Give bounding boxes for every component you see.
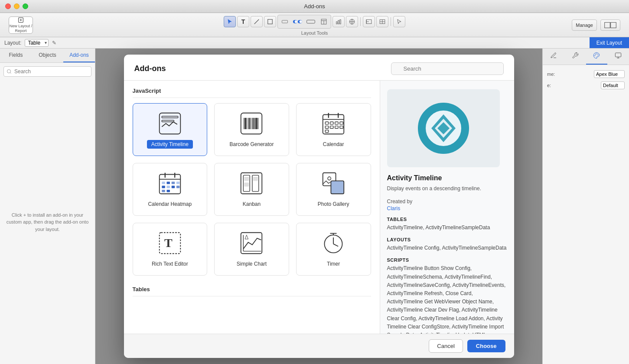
right-tab-data[interactable] (607, 49, 629, 65)
webviewer-tool[interactable] (346, 16, 358, 27)
cancel-button[interactable]: Cancel (429, 339, 463, 353)
right-tab-appearance[interactable] (586, 49, 608, 65)
new-layout-button[interactable]: New Layout / Report (9, 16, 33, 34)
rect-tool[interactable] (264, 16, 276, 27)
svg-rect-47 (340, 122, 343, 124)
calendar-heatmap-label: Calendar Heatmap (144, 200, 195, 208)
addon-card-rich-text-editor[interactable]: T Rich Text Editor (133, 223, 208, 276)
toolbar: New Layout / Report T (0, 13, 629, 37)
right-panel: me: Apex Blue e: Default (542, 49, 629, 364)
button-tool[interactable] (305, 16, 317, 27)
theme-select[interactable]: Apex Blue (594, 70, 625, 78)
svg-rect-16 (340, 20, 341, 24)
addon-card-simple-chart[interactable]: Simple Chart (214, 223, 289, 276)
select-tool[interactable] (224, 16, 236, 27)
close-button[interactable] (5, 3, 11, 9)
chart-tool[interactable] (332, 16, 345, 27)
dialog-search-input[interactable] (391, 62, 504, 75)
title-bar: Add-ons (0, 0, 629, 13)
svg-line-3 (254, 19, 259, 24)
svg-rect-61 (162, 186, 165, 188)
sidebar-tab-fields[interactable]: Fields (0, 49, 32, 62)
toolbar-divider (360, 17, 361, 26)
choose-button[interactable]: Choose (467, 340, 505, 352)
photo-gallery-icon (320, 170, 346, 196)
addon-card-timer[interactable]: Timer (296, 223, 371, 276)
svg-rect-63 (172, 186, 175, 188)
dialog-footer: Cancel Choose (124, 334, 514, 358)
dialog-body: JavaScript (124, 81, 514, 334)
edit-layout-icon[interactable]: ✎ (52, 40, 56, 46)
right-tab-properties[interactable] (564, 49, 586, 65)
addons-list: JavaScript (124, 81, 380, 334)
detail-creator-link[interactable]: Claris (387, 205, 507, 211)
calendar-heatmap-icon (157, 170, 183, 196)
sidebar-search-input[interactable] (3, 66, 91, 77)
svg-rect-14 (336, 22, 337, 24)
barcode-generator-icon (238, 110, 264, 136)
svg-rect-71 (244, 182, 249, 186)
cursor-tool[interactable] (393, 16, 405, 27)
svg-point-91 (597, 54, 597, 54)
toggle-tool[interactable] (292, 16, 304, 27)
svg-point-7 (295, 20, 297, 23)
addon-card-photo-gallery[interactable]: Photo Gallery (296, 163, 371, 216)
svg-rect-52 (325, 130, 328, 133)
right-tab-style[interactable] (543, 49, 564, 65)
exit-layout-button[interactable]: Exit Layout (590, 37, 629, 48)
addon-card-calendar[interactable]: Calendar (296, 103, 371, 156)
svg-point-75 (328, 177, 331, 180)
svg-rect-57 (162, 182, 165, 184)
svg-rect-58 (166, 182, 169, 184)
svg-rect-10 (307, 20, 315, 23)
sidebar-tab-objects[interactable]: Objects (32, 49, 63, 62)
theme-label: me: (547, 72, 555, 77)
table-tool[interactable] (318, 16, 330, 27)
text-tool[interactable]: T (237, 16, 249, 27)
field-tool[interactable] (279, 16, 291, 27)
sidebar-hint: Click + to install an add-on in your cus… (0, 80, 95, 364)
detail-layouts-value: ActivityTimeline Config, ActivityTimelin… (387, 244, 507, 252)
svg-rect-48 (325, 126, 328, 129)
svg-rect-74 (331, 181, 344, 194)
activity-timeline-icon (157, 110, 183, 136)
addon-card-activity-timeline[interactable]: Activity Timeline (133, 103, 208, 156)
toolbar-label: Layout Tools (301, 30, 328, 36)
toolbar-tools: T (224, 15, 405, 29)
svg-rect-60 (176, 182, 179, 184)
detail-scripts-value: ActivityTimeline Button Show Config, Act… (387, 264, 507, 334)
svg-rect-29 (162, 120, 174, 122)
svg-rect-62 (166, 186, 169, 188)
svg-rect-72 (253, 177, 258, 181)
addon-card-barcode-generator[interactable]: Barcode Generator (214, 103, 289, 156)
svg-rect-70 (244, 177, 249, 181)
split-tool[interactable] (376, 16, 388, 27)
variant-select[interactable]: Default (601, 81, 625, 89)
svg-rect-51 (340, 126, 343, 129)
toolbar-center: T (224, 15, 405, 36)
svg-point-93 (595, 54, 596, 54)
modal-overlay: Add-ons 🔍 JavaScript (95, 49, 542, 364)
timer-icon (320, 230, 346, 256)
manage-button[interactable]: Manage (572, 20, 597, 31)
addon-card-calendar-heatmap[interactable]: Calendar Heatmap (133, 163, 208, 216)
right-panel-tabs (543, 49, 629, 65)
minimize-button[interactable] (14, 3, 20, 9)
layout-select[interactable]: Table (25, 39, 49, 47)
addons-dialog: Add-ons 🔍 JavaScript (124, 55, 514, 358)
photo-gallery-label: Photo Gallery (314, 200, 353, 208)
variant-select-wrap: Default (601, 81, 625, 89)
field-tools-group (277, 15, 331, 29)
rich-text-editor-label: Rich Text Editor (148, 260, 192, 268)
line-tool[interactable] (251, 16, 263, 27)
calendar-label: Calendar (319, 140, 348, 149)
barcode-generator-label: Barcode Generator (226, 140, 277, 149)
layout-bar: Layout: Table ✎ Exit Layout (0, 37, 629, 49)
svg-rect-5 (282, 20, 288, 23)
addon-card-kanban[interactable]: Kanban (214, 163, 289, 216)
sidebar-tab-addons[interactable]: Add-ons (63, 49, 95, 62)
show-hide-panes-button[interactable] (600, 20, 620, 31)
maximize-button[interactable] (23, 3, 28, 9)
svg-marker-81 (245, 235, 248, 239)
merge-tool[interactable] (363, 16, 375, 27)
